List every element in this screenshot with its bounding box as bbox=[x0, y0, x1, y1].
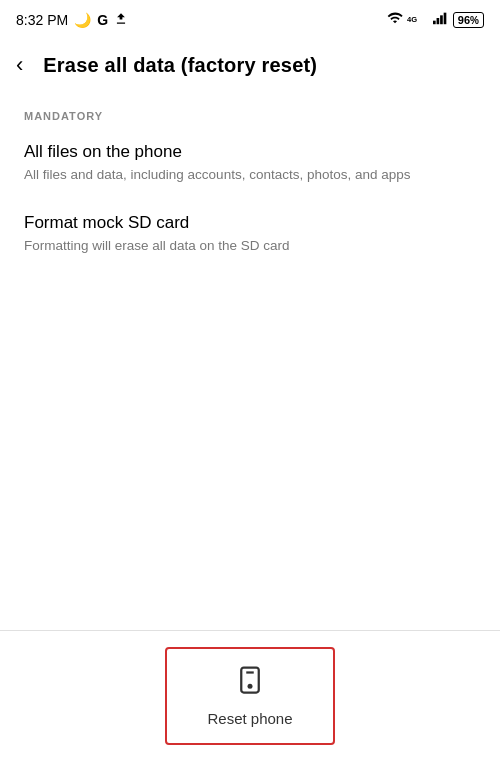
svg-text:4G: 4G bbox=[407, 15, 417, 24]
item-sd-card: Format mock SD card Formatting will eras… bbox=[24, 213, 476, 256]
status-right: 4G 96 % bbox=[387, 10, 484, 30]
battery-percentage: 96 bbox=[458, 14, 470, 26]
time-display: 8:32 PM bbox=[16, 12, 68, 28]
svg-rect-4 bbox=[444, 13, 447, 25]
wifi-icon bbox=[387, 10, 403, 30]
reset-phone-label: Reset phone bbox=[207, 710, 292, 727]
back-button[interactable]: ‹ bbox=[8, 48, 31, 82]
section-label: MANDATORY bbox=[24, 110, 476, 122]
google-icon: G bbox=[97, 12, 108, 28]
battery-indicator: 96 % bbox=[453, 12, 484, 28]
page-title: Erase all data (factory reset) bbox=[43, 54, 317, 77]
status-left: 8:32 PM 🌙 G bbox=[16, 12, 128, 29]
item-sd-card-desc: Formatting will erase all data on the SD… bbox=[24, 237, 476, 256]
svg-rect-3 bbox=[440, 15, 443, 24]
content-area: MANDATORY All files on the phone All fil… bbox=[0, 94, 500, 292]
svg-rect-2 bbox=[436, 18, 439, 24]
moon-icon: 🌙 bbox=[74, 12, 91, 28]
download-icon bbox=[114, 12, 128, 29]
item-sd-card-title: Format mock SD card bbox=[24, 213, 476, 233]
signal-icon bbox=[433, 11, 449, 29]
svg-rect-1 bbox=[433, 21, 436, 25]
bottom-area: Reset phone bbox=[0, 630, 500, 765]
reset-phone-button[interactable]: Reset phone bbox=[165, 647, 334, 745]
item-all-files-title: All files on the phone bbox=[24, 142, 476, 162]
top-bar: ‹ Erase all data (factory reset) bbox=[0, 36, 500, 94]
data-type-label: 4G bbox=[407, 12, 429, 28]
status-bar: 8:32 PM 🌙 G 4G bbox=[0, 0, 500, 36]
item-all-files: All files on the phone All files and dat… bbox=[24, 142, 476, 185]
item-all-files-desc: All files and data, including accounts, … bbox=[24, 166, 476, 185]
svg-point-6 bbox=[247, 684, 252, 689]
reset-phone-icon bbox=[235, 665, 265, 702]
